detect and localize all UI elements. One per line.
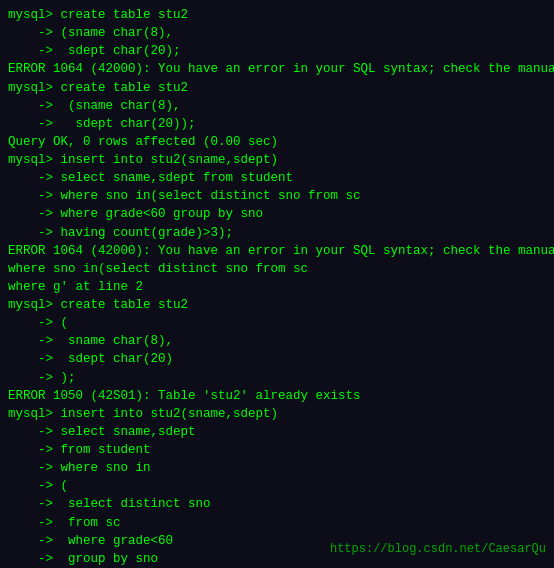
- terminal-window: mysql> create table stu2 -> (sname char(…: [0, 0, 554, 568]
- terminal-line: -> (sname char(8),: [8, 24, 546, 42]
- terminal-line: -> where sno in: [8, 459, 546, 477]
- terminal-line: -> sdept char(20): [8, 350, 546, 368]
- terminal-line: -> select sname,sdept: [8, 423, 546, 441]
- terminal-line: -> (sname char(8),: [8, 97, 546, 115]
- terminal-line: mysql> insert into stu2(sname,sdept): [8, 405, 546, 423]
- terminal-line: -> select sname,sdept from student: [8, 169, 546, 187]
- terminal-line: -> having count(grade)>3);: [8, 224, 546, 242]
- terminal-output: mysql> create table stu2 -> (sname char(…: [8, 6, 546, 568]
- terminal-line: -> where sno in(select distinct sno from…: [8, 187, 546, 205]
- terminal-line: -> sname char(8),: [8, 332, 546, 350]
- terminal-line: mysql> create table stu2: [8, 6, 546, 24]
- terminal-line: -> (: [8, 477, 546, 495]
- terminal-line: where g' at line 2: [8, 278, 546, 296]
- terminal-line: -> sdept char(20));: [8, 115, 546, 133]
- terminal-line: -> where grade<60 group by sno: [8, 205, 546, 223]
- terminal-line: ERROR 1064 (42000): You have an error in…: [8, 242, 546, 260]
- watermark: https://blog.csdn.net/CaesarQu: [330, 541, 546, 558]
- terminal-line: -> select distinct sno: [8, 495, 546, 513]
- terminal-line: -> from student: [8, 441, 546, 459]
- terminal-line: -> );: [8, 369, 546, 387]
- terminal-line: mysql> insert into stu2(sname,sdept): [8, 151, 546, 169]
- terminal-line: mysql> create table stu2: [8, 79, 546, 97]
- terminal-line: Query OK, 0 rows affected (0.00 sec): [8, 133, 546, 151]
- terminal-line: mysql> create table stu2: [8, 296, 546, 314]
- terminal-line: -> from sc: [8, 514, 546, 532]
- terminal-line: ERROR 1064 (42000): You have an error in…: [8, 60, 546, 78]
- terminal-line: -> (: [8, 314, 546, 332]
- terminal-line: -> sdept char(20);: [8, 42, 546, 60]
- terminal-line: where sno in(select distinct sno from sc: [8, 260, 546, 278]
- terminal-line: ERROR 1050 (42S01): Table 'stu2' already…: [8, 387, 546, 405]
